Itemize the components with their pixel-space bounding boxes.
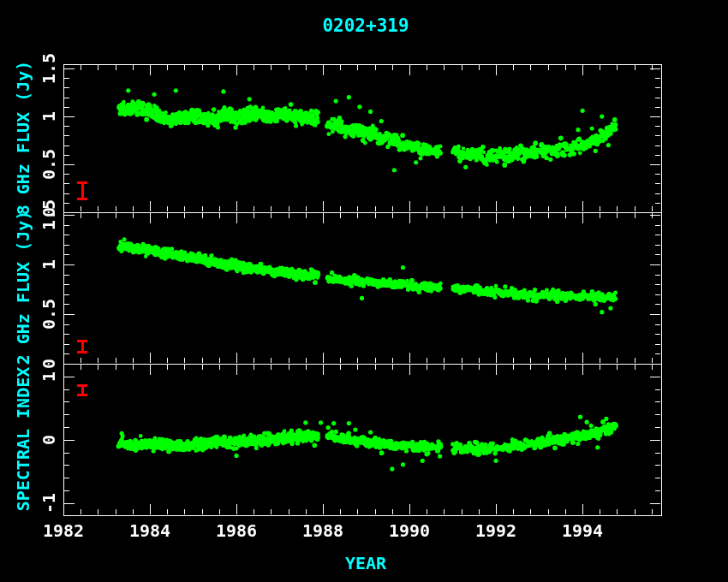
x-tick-label: 1988 bbox=[302, 520, 343, 541]
y-tick-label-flux8: 1.5 bbox=[39, 53, 59, 84]
chart-title: 0202+319 bbox=[322, 15, 409, 36]
x-axis-label: YEAR bbox=[345, 553, 386, 573]
lightcurve-figure: 0202+319 YEAR 8 GHz FLUX (Jy) 2 GHz FLUX… bbox=[0, 0, 728, 582]
x-tick-label: 1994 bbox=[562, 520, 603, 541]
y-tick-label-spectral_index: -1 bbox=[39, 493, 59, 514]
y-tick-label-flux8: 0.5 bbox=[39, 149, 59, 180]
x-tick-label: 1990 bbox=[389, 520, 430, 541]
x-tick-label: 1982 bbox=[43, 520, 84, 541]
x-tick-label: 1986 bbox=[216, 520, 257, 541]
y-tick-label-flux2: 1 bbox=[39, 259, 59, 270]
y-tick-label-flux2: 0 bbox=[39, 359, 59, 369]
x-tick-label: 1984 bbox=[129, 520, 170, 541]
y-axis-label-8ghz-flux: 8 GHz FLUX (Jy) bbox=[13, 61, 33, 216]
y-tick-label-flux2: 1.5 bbox=[39, 199, 59, 230]
y-tick-label-flux8: 1 bbox=[39, 111, 59, 122]
y-tick-label-spectral_index: 1 bbox=[39, 371, 59, 382]
y-axis-label-2ghz-flux: 2 GHz FLUX (Jy) bbox=[13, 211, 33, 365]
y-axis-label-spectral-index: SPECTRAL INDEX bbox=[13, 367, 33, 512]
y-tick-label-flux2: 0.5 bbox=[39, 299, 59, 330]
y-tick-label-spectral_index: 0 bbox=[39, 435, 59, 445]
x-tick-label: 1992 bbox=[475, 520, 516, 541]
plot-canvas bbox=[0, 0, 728, 582]
